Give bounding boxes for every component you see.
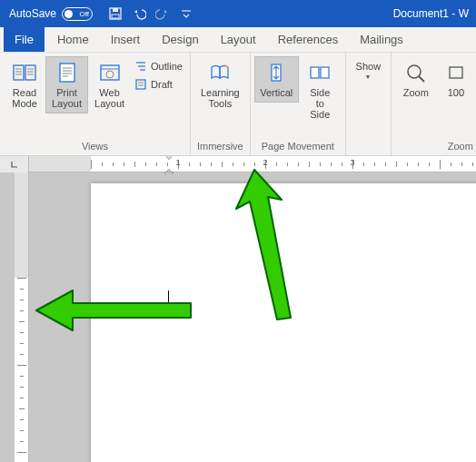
- ruler-tick: [309, 162, 310, 167]
- vertical-ruler[interactable]: [15, 172, 29, 462]
- svg-rect-23: [136, 80, 145, 89]
- ruler-tick: [20, 300, 24, 300]
- ruler-tick: [407, 162, 408, 166]
- tab-mailings[interactable]: Mailings: [349, 27, 414, 52]
- document-title: Document1 - W: [393, 7, 469, 20]
- ruler-tick: [20, 441, 24, 442]
- svg-rect-2: [112, 15, 119, 18]
- document-page[interactable]: [91, 183, 476, 462]
- ruler-tick: [134, 162, 135, 167]
- ruler-tick: [20, 354, 24, 355]
- ruler-tick: [124, 162, 124, 166]
- ruler-tick: [233, 162, 233, 166]
- ruler-tick: [418, 162, 419, 166]
- ruler-tick: [189, 162, 190, 166]
- learning-tools-button[interactable]: Learning Tools: [194, 56, 246, 113]
- ruler-tick: [17, 278, 26, 279]
- ruler-tick: [472, 162, 473, 166]
- side-to-side-button[interactable]: Side to Side: [299, 56, 342, 124]
- svg-rect-31: [450, 67, 462, 78]
- group-zoom: Zoom 100 Zoom: [392, 53, 476, 155]
- ruler-tick: [156, 162, 157, 166]
- zoom-button[interactable]: Zoom: [395, 56, 437, 103]
- title-bar: AutoSave Off Document1 - W: [0, 0, 476, 27]
- ruler-tick: [440, 160, 441, 169]
- ribbon: Read Mode Print Layout Web Layout Outlin…: [0, 53, 476, 156]
- ruler-tick: [113, 162, 114, 166]
- qat-customize-icon[interactable]: [177, 5, 195, 23]
- ruler-tick: [20, 430, 24, 431]
- ruler-tick: [298, 162, 299, 166]
- group-zoom-label: Zoom: [392, 139, 476, 155]
- tab-insert[interactable]: Insert: [100, 27, 152, 52]
- ruler-tick: [20, 343, 24, 344]
- zoom-label: Zoom: [403, 87, 429, 98]
- tab-file[interactable]: File: [4, 27, 45, 52]
- group-page-movement-label: Page Movement: [251, 139, 345, 155]
- group-views: Read Mode Print Layout Web Layout Outlin…: [0, 53, 191, 155]
- ruler-tick: [429, 162, 430, 166]
- show-dropdown[interactable]: Show ▾: [350, 56, 387, 86]
- learning-tools-icon: [207, 61, 233, 84]
- ruler-tick: [461, 162, 462, 166]
- read-mode-button[interactable]: Read Mode: [4, 56, 45, 113]
- horizontal-ruler[interactable]: 123: [29, 156, 476, 172]
- outline-button[interactable]: Outline: [131, 58, 186, 74]
- h-ruler-scale: 123: [91, 156, 476, 172]
- ruler-tick: [20, 310, 24, 311]
- tab-references[interactable]: References: [267, 27, 349, 52]
- tab-home[interactable]: Home: [46, 27, 100, 52]
- zoom-icon: [403, 61, 429, 84]
- web-layout-button[interactable]: Web Layout: [88, 56, 131, 113]
- svg-rect-4: [14, 65, 24, 80]
- ruler-tick: [385, 162, 386, 166]
- ruler-tick: [20, 376, 24, 377]
- draft-button[interactable]: Draft: [131, 76, 186, 93]
- ruler-number: 3: [350, 158, 354, 167]
- group-views-label: Views: [0, 139, 190, 155]
- svg-line-30: [419, 76, 424, 82]
- tab-selector-icon[interactable]: [0, 156, 29, 172]
- print-layout-label: Print Layout: [52, 87, 82, 109]
- svg-rect-1: [113, 8, 118, 12]
- ruler-tick: [102, 162, 103, 166]
- svg-rect-12: [60, 64, 74, 82]
- print-layout-button[interactable]: Print Layout: [45, 56, 88, 113]
- workspace: 123: [0, 156, 476, 462]
- indent-marker-bottom-icon[interactable]: [164, 165, 174, 174]
- ruler-tick: [20, 387, 24, 388]
- group-page-movement: Vertical Side to Side Page Movement: [251, 53, 346, 155]
- web-layout-label: Web Layout: [94, 87, 124, 109]
- ruler-tick: [19, 408, 25, 409]
- draft-icon: [134, 78, 147, 91]
- tab-layout[interactable]: Layout: [210, 27, 267, 52]
- ruler-tick: [243, 162, 244, 166]
- ruler-tick: [19, 321, 25, 322]
- zoom-100-icon: [443, 61, 469, 84]
- ruler-tick: [20, 289, 24, 290]
- ruler-tick: [363, 162, 364, 166]
- vertical-button[interactable]: Vertical: [254, 56, 299, 103]
- undo-icon[interactable]: [130, 5, 148, 23]
- vertical-label: Vertical: [260, 87, 293, 98]
- ruler-tick: [254, 162, 255, 166]
- side-to-side-label: Side to Side: [305, 87, 335, 120]
- autosave-toggle[interactable]: Off: [62, 7, 93, 21]
- ribbon-tabs: File Home Insert Design Layout Reference…: [0, 27, 476, 53]
- outline-icon: [134, 60, 147, 73]
- chevron-down-icon: ▾: [366, 74, 370, 82]
- svg-rect-28: [321, 67, 329, 78]
- redo-icon[interactable]: [154, 5, 172, 23]
- print-layout-icon: [55, 61, 80, 84]
- tab-design[interactable]: Design: [151, 27, 209, 52]
- group-show-label: [346, 139, 391, 155]
- indent-marker-top-icon[interactable]: [164, 156, 174, 163]
- autosave-state: Off: [80, 10, 90, 18]
- svg-point-19: [106, 71, 114, 78]
- zoom-100-button[interactable]: 100: [437, 56, 475, 103]
- web-layout-icon: [97, 61, 123, 84]
- ruler-number: 1: [175, 158, 180, 167]
- save-icon[interactable]: [106, 5, 124, 23]
- ruler-tick: [91, 160, 92, 169]
- svg-rect-27: [311, 67, 319, 78]
